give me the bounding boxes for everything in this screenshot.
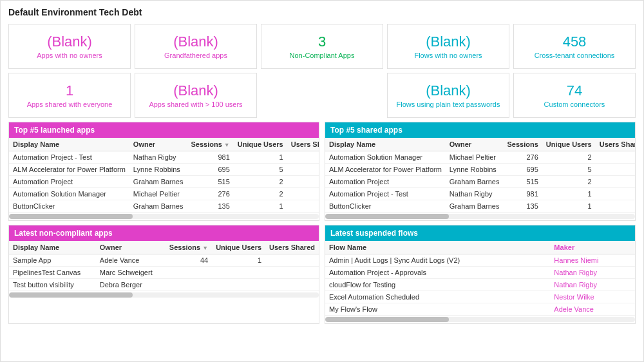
cell-unique: 1 (542, 200, 596, 213)
cell-name: ALM Accelerator for Power Platform (325, 164, 446, 176)
cell-shared (596, 164, 636, 176)
cell-name: Automation Solution Manager (325, 151, 446, 164)
non-compliant-apps-panel: Latest non-compliant apps Display Name O… (8, 225, 319, 324)
cell-shared (287, 151, 319, 164)
col-display-name-3[interactable]: Display Name (9, 241, 96, 254)
cell-unique: 5 (542, 164, 596, 176)
table-row: Automation Project - Approvals Nathan Ri… (325, 267, 635, 279)
col-owner-3[interactable]: Owner (96, 241, 166, 254)
cell-owner: Debra Berger (96, 279, 166, 291)
top-launched-apps-table: Display Name Owner Sessions ▼ Unique Use… (9, 138, 319, 213)
top-shared-apps-panel: Top #5 shared apps Display Name Owner Se… (325, 122, 636, 221)
kpi-cross-tenant[interactable]: 458 Cross-tenant connections (513, 24, 636, 69)
cell-shared (265, 254, 319, 267)
cell-sessions: 276 (504, 151, 542, 164)
cell-unique: 1 (212, 254, 265, 267)
table-row: ButtonClicker Graham Barnes 135 1 (9, 200, 319, 213)
cell-name: Automation Project (325, 176, 446, 188)
col-shared-3[interactable]: Users Shared (265, 241, 319, 254)
cell-unique: 5 (234, 164, 287, 176)
suspended-flows-table: Flow Name Maker Admin | Audit Logs | Syn… (325, 241, 635, 316)
table-row: ButtonClicker Graham Barnes 135 1 (325, 200, 636, 213)
table-row: Automation Project - Test Nathan Rigby 9… (325, 188, 636, 200)
kpi-label-cross-tenant: Cross-tenant connections (535, 52, 615, 59)
kpi-label-plaintext: Flows using plain text passwords (397, 100, 500, 108)
col-flow-name[interactable]: Flow Name (325, 241, 550, 254)
kpi-value-apps-no-owners: (Blank) (47, 33, 92, 50)
cell-sessions: 44 (166, 254, 212, 267)
col-maker[interactable]: Maker (550, 241, 635, 254)
kpi-blank-grandfathered[interactable]: (Blank) Grandfathered apps (135, 24, 257, 69)
cell-flow-name: cloudFlow for Testing (325, 279, 550, 291)
kpi-value-custom-connectors: 74 (567, 82, 582, 99)
col-unique-1[interactable]: Unique Users (234, 138, 287, 151)
kpi-apps-shared-everyone[interactable]: 1 Apps shared with everyone (8, 73, 131, 118)
kpi-blank-shared-100[interactable]: (Blank) Apps shared with > 100 users (135, 73, 257, 118)
cell-sessions: 135 (504, 200, 542, 213)
kpi-spacer (261, 73, 383, 118)
cell-unique: 1 (542, 188, 596, 200)
cell-sessions: 981 (504, 188, 542, 200)
col-sessions-2[interactable]: Sessions (504, 138, 542, 151)
col-display-name-1[interactable]: Display Name (9, 138, 129, 151)
top-shared-apps-table: Display Name Owner Sessions Unique Users… (325, 138, 636, 213)
scrollbar-shared[interactable] (325, 214, 635, 219)
col-sessions-1[interactable]: Sessions ▼ (187, 138, 234, 151)
cell-owner: Graham Barnes (129, 200, 187, 213)
kpi-value-shared-100: (Blank) (173, 82, 218, 99)
table-row: Automation Project Graham Barnes 515 2 (325, 176, 636, 188)
cell-maker: Adele Vance (550, 303, 635, 316)
col-sessions-3[interactable]: Sessions ▼ (166, 241, 212, 254)
kpi-value-flows-no-owners: (Blank) (426, 33, 471, 50)
table-row: Sample App Adele Vance 44 1 (9, 254, 319, 267)
table-row: Test button visibility Debra Berger (9, 279, 319, 291)
table-row: Excel Automation Scheduled Nestor Wilke (325, 291, 635, 303)
cell-owner: Nathan Rigby (129, 151, 187, 164)
kpi-label-custom-connectors: Custom connectors (544, 100, 605, 108)
col-display-name-2[interactable]: Display Name (325, 138, 446, 151)
col-unique-2[interactable]: Unique Users (542, 138, 596, 151)
cell-shared (596, 200, 636, 213)
col-unique-3[interactable]: Unique Users (212, 241, 265, 254)
cell-name: Test button visibility (9, 279, 96, 291)
kpi-blank-flows-no-owners[interactable]: (Blank) Flows with no owners (387, 24, 509, 69)
col-shared-1[interactable]: Users Shared (287, 138, 319, 151)
cell-maker: Hannes Niemi (550, 254, 635, 267)
cell-shared (287, 176, 319, 188)
cell-maker: Nathan Rigby (550, 279, 635, 291)
cell-sessions (166, 279, 212, 291)
kpi-label-grandfathered: Grandfathered apps (164, 52, 227, 59)
kpi-non-compliant[interactable]: 3 Non-Compliant Apps (261, 24, 383, 69)
scrollbar-launched[interactable] (9, 214, 319, 219)
cell-shared (596, 176, 636, 188)
cell-sessions: 695 (504, 164, 542, 176)
bottom-tables-row: Latest non-compliant apps Display Name O… (8, 225, 636, 324)
cell-shared (287, 164, 319, 176)
kpi-blank-plaintext[interactable]: (Blank) Flows using plain text passwords (387, 73, 509, 118)
table-row: Automation Project Graham Barnes 515 2 (9, 176, 319, 188)
scrollbar-suspended[interactable] (325, 317, 635, 322)
table-row: Automation Project - Test Nathan Rigby 9… (9, 151, 319, 164)
cell-name: ButtonClicker (325, 200, 446, 213)
cell-unique: 2 (542, 151, 596, 164)
kpi-value-non-compliant: 3 (318, 33, 326, 50)
cell-shared (287, 188, 319, 200)
cell-name: ButtonClicker (9, 200, 129, 213)
col-owner-1[interactable]: Owner (129, 138, 187, 151)
scrollbar-noncompliant[interactable] (9, 292, 319, 298)
sort-icon-1: ▼ (224, 142, 230, 148)
kpi-blank-apps-no-owners[interactable]: (Blank) Apps with no owners (8, 24, 131, 69)
col-owner-2[interactable]: Owner (446, 138, 504, 151)
cell-unique: 2 (542, 176, 596, 188)
cell-name: Automation Solution Manager (9, 188, 129, 200)
non-compliant-apps-table: Display Name Owner Sessions ▼ Unique Use… (9, 241, 319, 291)
cell-name: PipelinesTest Canvas (9, 267, 96, 279)
kpi-value-cross-tenant: 458 (563, 33, 587, 50)
cell-sessions: 515 (187, 176, 234, 188)
kpi-row-2: 1 Apps shared with everyone (Blank) Apps… (8, 73, 636, 118)
cell-shared (265, 279, 319, 291)
cell-shared (265, 267, 319, 279)
kpi-custom-connectors[interactable]: 74 Custom connectors (513, 73, 636, 118)
col-shared-2[interactable]: Users Shared (596, 138, 636, 151)
cell-owner: Michael Peltier (446, 151, 504, 164)
